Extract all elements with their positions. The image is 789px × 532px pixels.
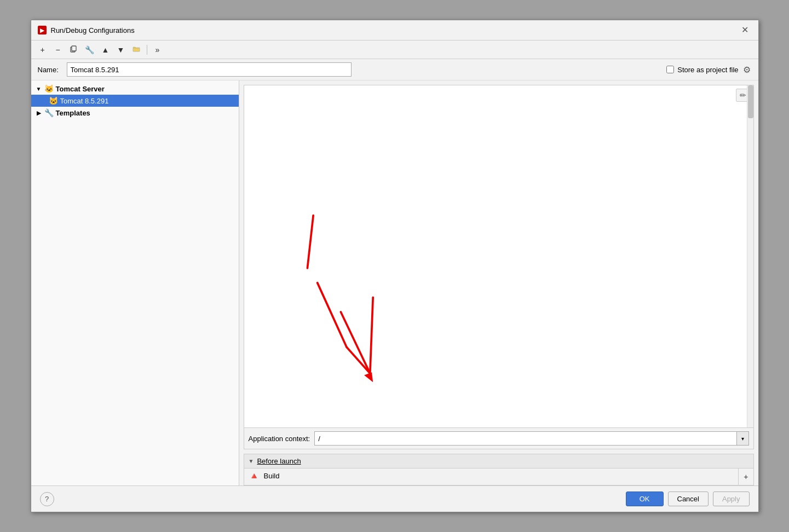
- scrollbar-thumb: [748, 85, 753, 118]
- launch-item-build: 🔺 Build: [244, 469, 739, 483]
- store-project-container: Store as project file ⚙: [666, 63, 751, 76]
- svg-line-8: [370, 297, 372, 373]
- before-launch-header: ▼ Before launch: [244, 454, 753, 469]
- expand-arrow-icon: ▼: [36, 86, 42, 92]
- svg-line-7: [341, 312, 370, 373]
- store-project-gear[interactable]: ⚙: [742, 63, 752, 76]
- cancel-button[interactable]: Cancel: [668, 491, 709, 506]
- templates-label: Templates: [56, 109, 90, 117]
- svg-marker-6: [364, 372, 373, 382]
- svg-rect-1: [72, 46, 76, 51]
- config-area: ✏: [244, 85, 754, 428]
- wrench-button[interactable]: 🔧: [82, 43, 97, 56]
- dialog-title: Run/Debug Configurations: [51, 26, 135, 34]
- svg-line-3: [307, 216, 313, 268]
- launch-item-build-label: Build: [264, 472, 280, 480]
- move-up-button[interactable]: ▲: [99, 43, 113, 56]
- right-panel: ✏: [239, 80, 758, 485]
- store-project-checkbox[interactable]: [666, 66, 674, 73]
- name-label: Name:: [38, 66, 62, 74]
- app-context-label: Application context:: [249, 435, 310, 443]
- annotation-svg: [244, 85, 753, 427]
- close-button[interactable]: ✕: [738, 25, 752, 36]
- build-icon: 🔺: [249, 471, 260, 481]
- copy-config-button[interactable]: [66, 43, 80, 56]
- svg-line-5: [347, 347, 370, 373]
- title-bar: ▶ Run/Debug Configurations ✕: [31, 20, 758, 41]
- app-context-row: Application context: ▾: [244, 428, 754, 449]
- move-down-button[interactable]: ▼: [114, 43, 128, 56]
- launch-add-button[interactable]: +: [741, 471, 751, 483]
- sidebar: ▼ 🐱 Tomcat Server 🐱 Tomcat 8.5.291 ▶ 🔧 T…: [31, 80, 239, 485]
- footer-right: OK Cancel Apply: [626, 491, 750, 506]
- more-button[interactable]: »: [151, 43, 165, 56]
- ok-button[interactable]: OK: [626, 491, 664, 506]
- remove-config-button[interactable]: −: [51, 43, 65, 56]
- launch-items-list: 🔺 Build: [244, 469, 739, 485]
- apply-button[interactable]: Apply: [713, 491, 750, 506]
- run-debug-dialog: ▶ Run/Debug Configurations ✕ + − 🔧 ▲ ▼ »…: [31, 20, 759, 512]
- name-input[interactable]: [67, 62, 352, 77]
- before-launch-arrow-icon: ▼: [249, 458, 254, 464]
- tomcat-server-icon: 🐱: [44, 84, 54, 93]
- before-launch-title: Before launch: [257, 457, 301, 465]
- store-project-label: Store as project file: [677, 66, 738, 74]
- app-icon: ▶: [38, 26, 47, 34]
- folder-icon: [133, 45, 140, 53]
- before-launch-section: ▼ Before launch 🔺 Build +: [244, 454, 754, 485]
- name-row: Name: Store as project file ⚙: [31, 59, 758, 80]
- copy-icon: [70, 45, 77, 53]
- svg-rect-2: [133, 48, 140, 51]
- dialog-footer: ? OK Cancel Apply: [31, 485, 758, 512]
- add-config-button[interactable]: +: [36, 43, 50, 56]
- toolbar: + − 🔧 ▲ ▼ »: [31, 41, 758, 59]
- launch-controls: +: [738, 469, 753, 485]
- templates-arrow-icon: ▶: [36, 110, 42, 116]
- main-content: ▼ 🐱 Tomcat Server 🐱 Tomcat 8.5.291 ▶ 🔧 T…: [31, 80, 758, 485]
- sidebar-item-tomcat-instance[interactable]: 🐱 Tomcat 8.5.291: [31, 95, 239, 107]
- title-bar-left: ▶ Run/Debug Configurations: [38, 26, 135, 34]
- tomcat-instance-icon: 🐱: [49, 96, 58, 105]
- help-button[interactable]: ?: [40, 492, 54, 506]
- combo-dropdown-arrow[interactable]: ▾: [736, 432, 748, 445]
- scrollbar[interactable]: [747, 85, 753, 427]
- app-context-combo[interactable]: ▾: [314, 431, 748, 446]
- app-context-input[interactable]: [315, 433, 736, 444]
- footer-left: ?: [40, 492, 54, 506]
- tomcat-server-label: Tomcat Server: [56, 85, 105, 93]
- tomcat-instance-label: Tomcat 8.5.291: [60, 97, 109, 105]
- toolbar-separator: [147, 45, 147, 55]
- sidebar-item-tomcat-server[interactable]: ▼ 🐱 Tomcat Server: [31, 83, 239, 95]
- svg-line-4: [317, 283, 346, 348]
- templates-icon: 🔧: [44, 108, 54, 117]
- sidebar-item-templates[interactable]: ▶ 🔧 Templates: [31, 107, 239, 119]
- folder-button[interactable]: [129, 43, 143, 56]
- before-launch-content: 🔺 Build +: [244, 469, 753, 485]
